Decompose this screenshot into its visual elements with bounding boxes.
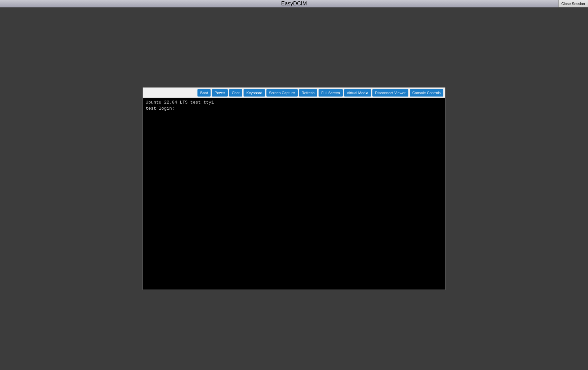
refresh-btn[interactable]: Refresh bbox=[299, 89, 318, 97]
console-controls-btn[interactable]: Console Controls bbox=[410, 89, 443, 97]
app-title: EasyDCIM bbox=[281, 1, 307, 7]
console-wrapper: BootPowerChatKeyboardScreen CaptureRefre… bbox=[143, 87, 445, 290]
console-screen[interactable]: Ubuntu 22.04 LTS test tty1test login: bbox=[143, 98, 445, 290]
screen-capture-btn[interactable]: Screen Capture bbox=[266, 89, 298, 97]
virtual-media-btn[interactable]: Virtual Media bbox=[344, 89, 371, 97]
close-session-button[interactable]: Close Session bbox=[558, 0, 588, 7]
chat-btn[interactable]: Chat bbox=[229, 89, 242, 97]
console-line: test login: bbox=[146, 106, 442, 112]
boot-btn[interactable]: Boot bbox=[197, 89, 211, 97]
toolbar: BootPowerChatKeyboardScreen CaptureRefre… bbox=[143, 88, 445, 98]
keyboard-btn[interactable]: Keyboard bbox=[244, 89, 265, 97]
console-line: Ubuntu 22.04 LTS test tty1 bbox=[146, 100, 442, 106]
main-content: BootPowerChatKeyboardScreen CaptureRefre… bbox=[0, 7, 588, 370]
disconnect-viewer-btn[interactable]: Disconnect Viewer bbox=[372, 89, 408, 97]
power-btn[interactable]: Power bbox=[212, 89, 228, 97]
full-screen-btn[interactable]: Full Screen bbox=[319, 89, 343, 97]
title-bar: EasyDCIM Close Session bbox=[0, 0, 588, 7]
